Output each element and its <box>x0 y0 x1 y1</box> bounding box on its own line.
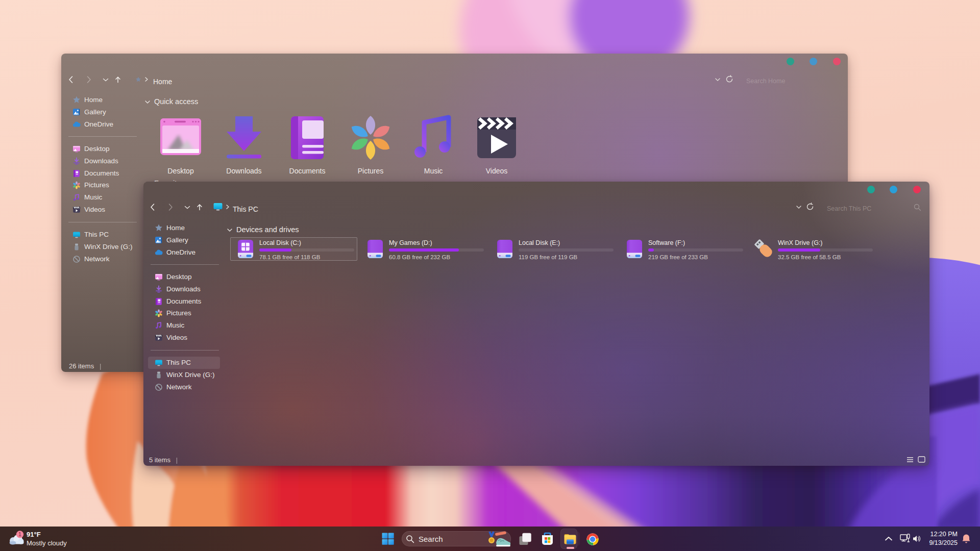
svg-text:1: 1 <box>18 531 21 537</box>
